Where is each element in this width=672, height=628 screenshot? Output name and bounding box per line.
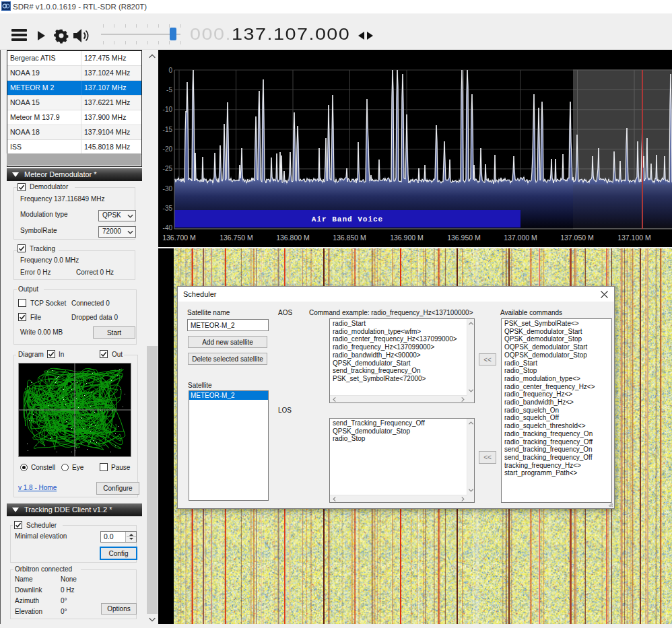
svg-text:-20: -20: [163, 145, 173, 153]
svg-text:137.050 M: 137.050 M: [560, 234, 594, 242]
svg-text:137.100 M: 137.100 M: [617, 234, 651, 242]
svg-text:0: 0: [168, 67, 172, 74]
svg-text:-35: -35: [163, 205, 173, 212]
svg-text:-40: -40: [163, 224, 173, 232]
svg-text:137.000 M: 137.000 M: [504, 234, 537, 242]
svg-text:136.750 M: 136.750 M: [220, 234, 253, 242]
svg-text:-30: -30: [163, 185, 173, 193]
svg-text:136.900 M: 136.900 M: [390, 234, 424, 242]
svg-text:-5: -5: [166, 86, 172, 94]
svg-text:Air Band Voice: Air Band Voice: [312, 215, 383, 223]
svg-text:-15: -15: [163, 126, 173, 133]
svg-text:136.700 M: 136.700 M: [162, 234, 196, 242]
svg-text:136.800 M: 136.800 M: [276, 234, 310, 242]
svg-text:136.950 M: 136.950 M: [447, 234, 481, 242]
svg-text:-25: -25: [163, 165, 173, 172]
svg-text:-10: -10: [163, 106, 173, 113]
svg-text:136.850 M: 136.850 M: [333, 234, 366, 242]
